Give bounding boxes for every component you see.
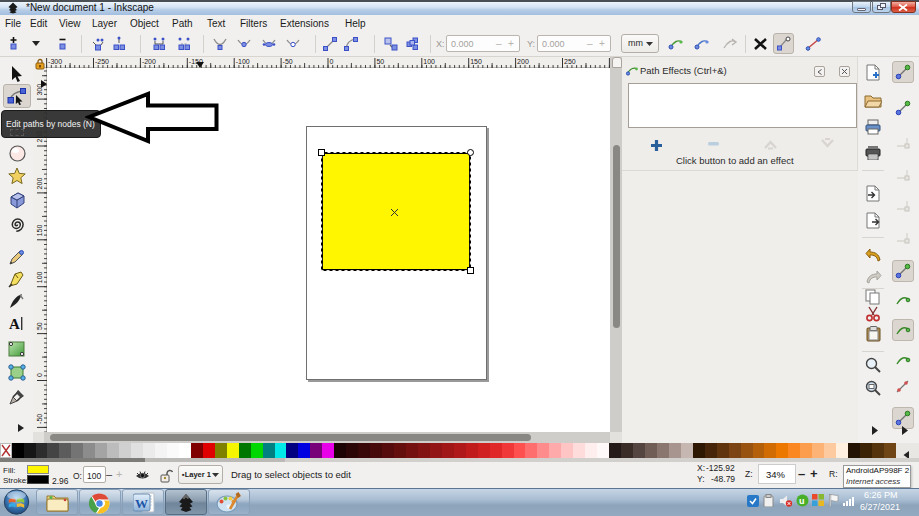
svg-text:250: 250	[564, 58, 576, 65]
svg-text:100: 100	[36, 271, 43, 283]
svg-text:-50: -50	[36, 414, 43, 424]
svg-text:200: 200	[36, 178, 43, 190]
svg-text:-100: -100	[236, 58, 250, 65]
svg-text:200: 200	[517, 58, 529, 65]
svg-text:-50: -50	[283, 58, 293, 65]
svg-text:150: 150	[36, 225, 43, 237]
svg-text:0: 0	[330, 58, 334, 65]
svg-text:150: 150	[470, 58, 482, 65]
svg-text:W: W	[135, 496, 148, 511]
svg-text:-250: -250	[95, 58, 109, 65]
svg-text:100: 100	[423, 58, 435, 65]
svg-text:0: 0	[36, 373, 43, 377]
svg-text:50: 50	[36, 322, 43, 330]
svg-text:u: u	[799, 496, 805, 506]
svg-text:-200: -200	[142, 58, 156, 65]
svg-text:-300: -300	[48, 58, 62, 65]
svg-text:A: A	[9, 316, 20, 331]
svg-text:50: 50	[376, 58, 384, 65]
